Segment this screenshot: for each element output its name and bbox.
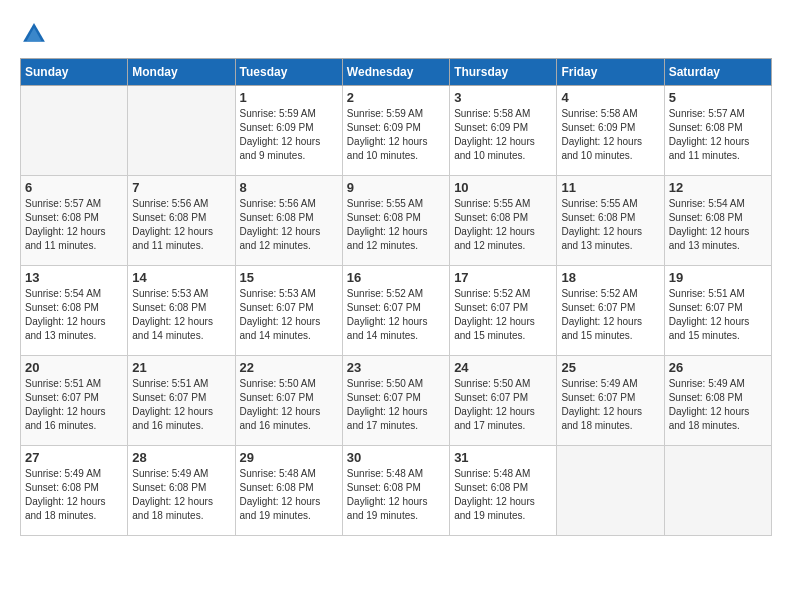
- day-info: Sunrise: 5:52 AM Sunset: 6:07 PM Dayligh…: [561, 287, 659, 343]
- calendar-day-cell: 14Sunrise: 5:53 AM Sunset: 6:08 PM Dayli…: [128, 266, 235, 356]
- calendar-week-row: 20Sunrise: 5:51 AM Sunset: 6:07 PM Dayli…: [21, 356, 772, 446]
- calendar-day-cell: 11Sunrise: 5:55 AM Sunset: 6:08 PM Dayli…: [557, 176, 664, 266]
- calendar-day-cell: 17Sunrise: 5:52 AM Sunset: 6:07 PM Dayli…: [450, 266, 557, 356]
- calendar-day-cell: [21, 86, 128, 176]
- day-info: Sunrise: 5:55 AM Sunset: 6:08 PM Dayligh…: [347, 197, 445, 253]
- day-info: Sunrise: 5:49 AM Sunset: 6:08 PM Dayligh…: [132, 467, 230, 523]
- day-number: 23: [347, 360, 445, 375]
- calendar-day-cell: 8Sunrise: 5:56 AM Sunset: 6:08 PM Daylig…: [235, 176, 342, 266]
- day-number: 26: [669, 360, 767, 375]
- calendar-day-cell: 19Sunrise: 5:51 AM Sunset: 6:07 PM Dayli…: [664, 266, 771, 356]
- day-number: 7: [132, 180, 230, 195]
- day-info: Sunrise: 5:56 AM Sunset: 6:08 PM Dayligh…: [132, 197, 230, 253]
- day-info: Sunrise: 5:51 AM Sunset: 6:07 PM Dayligh…: [669, 287, 767, 343]
- calendar-day-cell: 15Sunrise: 5:53 AM Sunset: 6:07 PM Dayli…: [235, 266, 342, 356]
- day-info: Sunrise: 5:58 AM Sunset: 6:09 PM Dayligh…: [561, 107, 659, 163]
- calendar-day-cell: 21Sunrise: 5:51 AM Sunset: 6:07 PM Dayli…: [128, 356, 235, 446]
- day-info: Sunrise: 5:48 AM Sunset: 6:08 PM Dayligh…: [454, 467, 552, 523]
- day-number: 13: [25, 270, 123, 285]
- calendar-header-row: SundayMondayTuesdayWednesdayThursdayFrid…: [21, 59, 772, 86]
- calendar-day-cell: 31Sunrise: 5:48 AM Sunset: 6:08 PM Dayli…: [450, 446, 557, 536]
- day-info: Sunrise: 5:50 AM Sunset: 6:07 PM Dayligh…: [240, 377, 338, 433]
- day-info: Sunrise: 5:50 AM Sunset: 6:07 PM Dayligh…: [347, 377, 445, 433]
- day-info: Sunrise: 5:54 AM Sunset: 6:08 PM Dayligh…: [25, 287, 123, 343]
- calendar-day-cell: 12Sunrise: 5:54 AM Sunset: 6:08 PM Dayli…: [664, 176, 771, 266]
- day-info: Sunrise: 5:48 AM Sunset: 6:08 PM Dayligh…: [347, 467, 445, 523]
- calendar-day-cell: 23Sunrise: 5:50 AM Sunset: 6:07 PM Dayli…: [342, 356, 449, 446]
- calendar-day-cell: 13Sunrise: 5:54 AM Sunset: 6:08 PM Dayli…: [21, 266, 128, 356]
- day-info: Sunrise: 5:48 AM Sunset: 6:08 PM Dayligh…: [240, 467, 338, 523]
- calendar-day-cell: [557, 446, 664, 536]
- calendar-day-cell: 30Sunrise: 5:48 AM Sunset: 6:08 PM Dayli…: [342, 446, 449, 536]
- page-header: [20, 20, 772, 48]
- calendar-table: SundayMondayTuesdayWednesdayThursdayFrid…: [20, 58, 772, 536]
- calendar-day-cell: 22Sunrise: 5:50 AM Sunset: 6:07 PM Dayli…: [235, 356, 342, 446]
- day-number: 22: [240, 360, 338, 375]
- day-number: 28: [132, 450, 230, 465]
- logo: [20, 20, 52, 48]
- day-number: 8: [240, 180, 338, 195]
- calendar-day-cell: 4Sunrise: 5:58 AM Sunset: 6:09 PM Daylig…: [557, 86, 664, 176]
- calendar-day-cell: 29Sunrise: 5:48 AM Sunset: 6:08 PM Dayli…: [235, 446, 342, 536]
- day-of-week-header: Tuesday: [235, 59, 342, 86]
- calendar-day-cell: 25Sunrise: 5:49 AM Sunset: 6:07 PM Dayli…: [557, 356, 664, 446]
- day-number: 4: [561, 90, 659, 105]
- day-info: Sunrise: 5:50 AM Sunset: 6:07 PM Dayligh…: [454, 377, 552, 433]
- calendar-week-row: 13Sunrise: 5:54 AM Sunset: 6:08 PM Dayli…: [21, 266, 772, 356]
- day-number: 18: [561, 270, 659, 285]
- day-of-week-header: Monday: [128, 59, 235, 86]
- calendar-day-cell: 6Sunrise: 5:57 AM Sunset: 6:08 PM Daylig…: [21, 176, 128, 266]
- day-info: Sunrise: 5:51 AM Sunset: 6:07 PM Dayligh…: [132, 377, 230, 433]
- day-number: 21: [132, 360, 230, 375]
- day-info: Sunrise: 5:59 AM Sunset: 6:09 PM Dayligh…: [347, 107, 445, 163]
- day-info: Sunrise: 5:52 AM Sunset: 6:07 PM Dayligh…: [347, 287, 445, 343]
- day-number: 5: [669, 90, 767, 105]
- calendar-day-cell: 9Sunrise: 5:55 AM Sunset: 6:08 PM Daylig…: [342, 176, 449, 266]
- day-info: Sunrise: 5:49 AM Sunset: 6:07 PM Dayligh…: [561, 377, 659, 433]
- calendar-day-cell: 16Sunrise: 5:52 AM Sunset: 6:07 PM Dayli…: [342, 266, 449, 356]
- day-info: Sunrise: 5:53 AM Sunset: 6:07 PM Dayligh…: [240, 287, 338, 343]
- day-number: 24: [454, 360, 552, 375]
- day-number: 19: [669, 270, 767, 285]
- calendar-day-cell: 18Sunrise: 5:52 AM Sunset: 6:07 PM Dayli…: [557, 266, 664, 356]
- day-number: 1: [240, 90, 338, 105]
- day-info: Sunrise: 5:49 AM Sunset: 6:08 PM Dayligh…: [669, 377, 767, 433]
- day-info: Sunrise: 5:57 AM Sunset: 6:08 PM Dayligh…: [25, 197, 123, 253]
- day-number: 3: [454, 90, 552, 105]
- day-number: 12: [669, 180, 767, 195]
- day-number: 20: [25, 360, 123, 375]
- day-number: 15: [240, 270, 338, 285]
- day-info: Sunrise: 5:57 AM Sunset: 6:08 PM Dayligh…: [669, 107, 767, 163]
- calendar-day-cell: 10Sunrise: 5:55 AM Sunset: 6:08 PM Dayli…: [450, 176, 557, 266]
- day-of-week-header: Thursday: [450, 59, 557, 86]
- day-info: Sunrise: 5:49 AM Sunset: 6:08 PM Dayligh…: [25, 467, 123, 523]
- day-number: 10: [454, 180, 552, 195]
- day-info: Sunrise: 5:58 AM Sunset: 6:09 PM Dayligh…: [454, 107, 552, 163]
- calendar-day-cell: 5Sunrise: 5:57 AM Sunset: 6:08 PM Daylig…: [664, 86, 771, 176]
- day-info: Sunrise: 5:52 AM Sunset: 6:07 PM Dayligh…: [454, 287, 552, 343]
- day-number: 27: [25, 450, 123, 465]
- logo-icon: [20, 20, 48, 48]
- calendar-day-cell: 1Sunrise: 5:59 AM Sunset: 6:09 PM Daylig…: [235, 86, 342, 176]
- day-number: 2: [347, 90, 445, 105]
- day-number: 30: [347, 450, 445, 465]
- calendar-day-cell: 24Sunrise: 5:50 AM Sunset: 6:07 PM Dayli…: [450, 356, 557, 446]
- calendar-week-row: 6Sunrise: 5:57 AM Sunset: 6:08 PM Daylig…: [21, 176, 772, 266]
- day-number: 6: [25, 180, 123, 195]
- calendar-day-cell: [128, 86, 235, 176]
- calendar-day-cell: 28Sunrise: 5:49 AM Sunset: 6:08 PM Dayli…: [128, 446, 235, 536]
- day-info: Sunrise: 5:55 AM Sunset: 6:08 PM Dayligh…: [454, 197, 552, 253]
- day-of-week-header: Sunday: [21, 59, 128, 86]
- day-info: Sunrise: 5:51 AM Sunset: 6:07 PM Dayligh…: [25, 377, 123, 433]
- day-number: 29: [240, 450, 338, 465]
- day-info: Sunrise: 5:59 AM Sunset: 6:09 PM Dayligh…: [240, 107, 338, 163]
- day-number: 16: [347, 270, 445, 285]
- calendar-day-cell: 27Sunrise: 5:49 AM Sunset: 6:08 PM Dayli…: [21, 446, 128, 536]
- day-number: 14: [132, 270, 230, 285]
- day-number: 11: [561, 180, 659, 195]
- calendar-week-row: 1Sunrise: 5:59 AM Sunset: 6:09 PM Daylig…: [21, 86, 772, 176]
- day-info: Sunrise: 5:56 AM Sunset: 6:08 PM Dayligh…: [240, 197, 338, 253]
- day-of-week-header: Wednesday: [342, 59, 449, 86]
- day-number: 9: [347, 180, 445, 195]
- calendar-day-cell: [664, 446, 771, 536]
